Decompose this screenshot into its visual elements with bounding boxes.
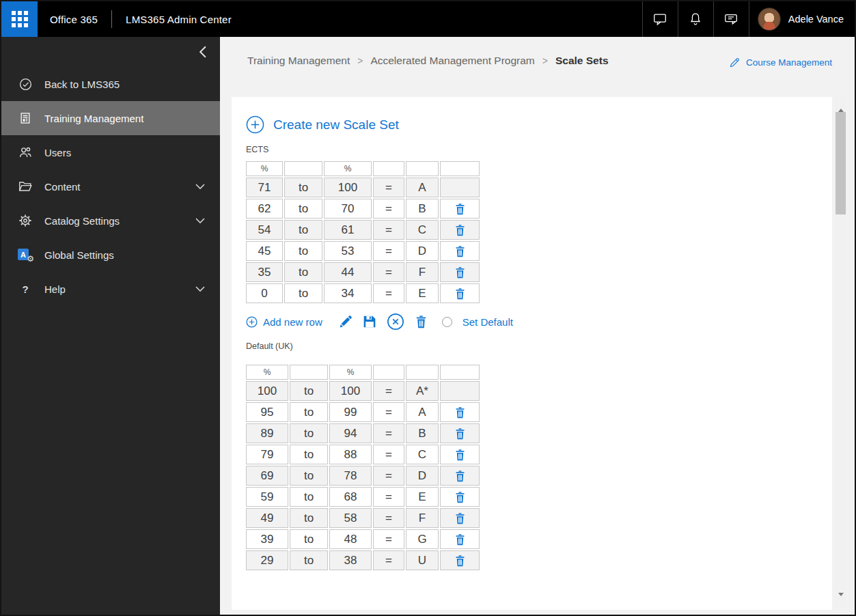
breadcrumb-item-program[interactable]: Accelerated Management Program — [370, 55, 534, 67]
breadcrumb: Training Management > Accelerated Manage… — [247, 55, 609, 67]
app-launcher-button[interactable] — [1, 1, 38, 37]
sidebar-item-label: Training Management — [44, 113, 143, 124]
edit-rows-button[interactable] — [338, 315, 353, 329]
notifications-button[interactable] — [678, 1, 713, 37]
delete-row-button[interactable] — [454, 491, 466, 503]
delete-cell — [440, 487, 480, 507]
cancel-edit-button[interactable] — [387, 313, 404, 331]
create-scale-set-button[interactable]: Create new Scale Set — [246, 115, 399, 134]
scroll-thumb[interactable] — [836, 112, 846, 214]
delete-row-button[interactable] — [454, 428, 466, 440]
save-rows-button[interactable] — [363, 315, 376, 328]
scale-row: 69 to 78 = D — [246, 466, 480, 486]
scroll-down-button[interactable] — [835, 596, 846, 606]
breadcrumb-item-scale-sets: Scale Sets — [555, 55, 609, 67]
table-header-row: % % — [246, 365, 480, 380]
delete-cell — [440, 220, 480, 240]
delete-row-button[interactable] — [454, 533, 466, 546]
delete-row-button[interactable] — [454, 288, 466, 300]
empty-header — [290, 365, 328, 380]
grade-cell: B — [406, 423, 439, 443]
course-management-link[interactable]: Course Management — [729, 57, 832, 68]
delete-row-button[interactable] — [454, 470, 466, 482]
row-toolbar: Add new row Set Default — [246, 313, 832, 331]
trash-icon — [454, 449, 466, 461]
set-default-radio[interactable] — [442, 317, 452, 327]
people-icon — [18, 145, 33, 160]
range-from-cell: 100 — [246, 381, 288, 401]
to-label-cell: to — [290, 487, 328, 507]
scale-sets-card: Create new Scale Set ECTS % % — [232, 97, 832, 610]
sidebar-item-users[interactable]: Users — [1, 135, 220, 169]
trash-icon — [454, 224, 466, 236]
delete-row-button[interactable] — [454, 245, 466, 257]
equals-cell: = — [373, 241, 404, 261]
range-to-cell: 100 — [329, 381, 372, 401]
table-header-row: % % — [246, 161, 480, 176]
empty-header — [440, 161, 480, 176]
sidebar-collapse-button[interactable] — [199, 46, 206, 58]
to-label-cell: to — [290, 445, 328, 464]
sidebar-item-label: Help — [44, 283, 66, 295]
create-scale-set-label: Create new Scale Set — [273, 117, 399, 132]
sidebar-item-content[interactable]: Content — [1, 169, 220, 204]
delete-row-button[interactable] — [454, 512, 466, 524]
feedback-button[interactable] — [713, 1, 749, 37]
range-from-cell: 59 — [246, 487, 288, 507]
percent-header: % — [324, 161, 372, 176]
range-to-cell: 38 — [329, 550, 372, 570]
feedback-icon — [723, 12, 738, 27]
trash-icon — [454, 533, 466, 546]
window: Office 365 LMS365 Admin Center A — [0, 0, 856, 616]
plus-circle-icon — [246, 115, 264, 134]
sidebar-item-training-management[interactable]: Training Management — [1, 101, 220, 135]
breadcrumb-item-training-management[interactable]: Training Management — [247, 55, 350, 67]
account-button[interactable]: Adele Vance — [749, 1, 855, 37]
delete-row-button[interactable] — [454, 555, 466, 567]
grade-cell: A* — [406, 381, 439, 401]
equals-cell: = — [373, 199, 404, 219]
trash-icon — [415, 315, 428, 328]
pencil-icon — [729, 57, 741, 68]
brand-label[interactable]: Office 365 — [50, 14, 98, 25]
delete-row-button[interactable] — [454, 203, 466, 215]
document-list-icon — [18, 111, 33, 126]
sidebar-item-back-to-lms365[interactable]: Back to LMS365 — [1, 67, 220, 101]
sidebar-item-label: Users — [44, 147, 71, 158]
equals-cell: = — [373, 381, 404, 401]
range-from-cell: 79 — [246, 445, 288, 464]
delete-cell — [440, 283, 480, 303]
save-icon — [363, 315, 376, 328]
to-label-cell: to — [290, 466, 328, 486]
delete-cell — [440, 550, 480, 570]
sidebar-item-global-settings[interactable]: Global Settings — [1, 238, 220, 272]
breadcrumb-separator: > — [357, 55, 363, 66]
vertical-scrollbar[interactable] — [835, 98, 846, 606]
scroll-up-button[interactable] — [835, 98, 846, 109]
course-management-label: Course Management — [746, 57, 832, 68]
scale-row: 35 to 44 = F — [246, 262, 480, 282]
delete-row-button[interactable] — [454, 449, 466, 461]
delete-scale-set-button[interactable] — [415, 315, 428, 328]
grade-cell: C — [406, 445, 439, 464]
delete-row-button[interactable] — [454, 266, 466, 279]
delete-row-button[interactable] — [454, 406, 466, 419]
bell-icon — [688, 12, 703, 27]
range-from-cell: 29 — [246, 550, 288, 570]
chat-button[interactable] — [642, 1, 678, 37]
sidebar-collapse-row — [1, 37, 220, 67]
sidebar-item-help[interactable]: Help — [1, 272, 220, 306]
chevron-down-icon — [195, 184, 205, 190]
delete-cell — [440, 508, 480, 528]
empty-header — [406, 365, 439, 380]
sidebar-item-catalog-settings[interactable]: Catalog Settings — [1, 204, 220, 238]
add-new-row-button[interactable]: Add new row — [246, 316, 322, 328]
scale-row: 54 to 61 = C — [246, 220, 480, 240]
delete-row-button[interactable] — [454, 224, 466, 236]
range-to-cell: 58 — [329, 508, 372, 528]
chat-icon — [652, 12, 667, 27]
folder-icon — [18, 179, 33, 194]
grade-cell: F — [406, 262, 439, 282]
range-from-cell: 35 — [246, 262, 283, 282]
set-default-label[interactable]: Set Default — [462, 316, 513, 328]
